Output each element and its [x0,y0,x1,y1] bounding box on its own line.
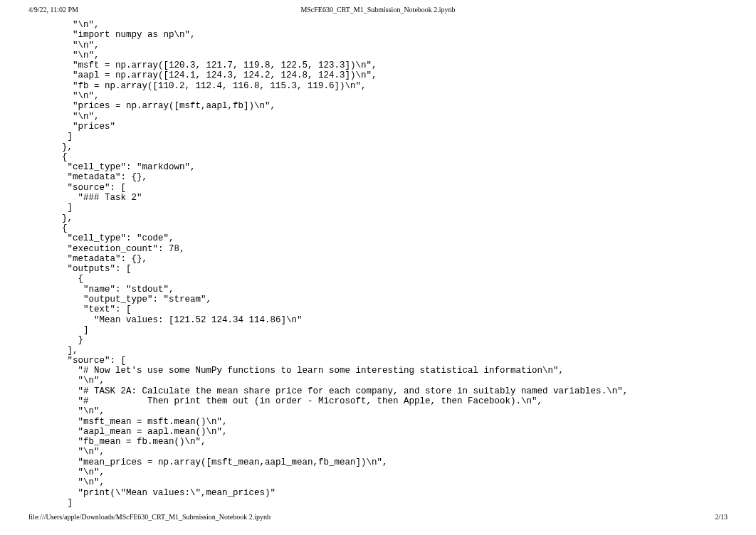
notebook-json-content: "\n", "import numpy as np\n", "\n", "\n"… [51,20,628,508]
footer-page-number: 2/13 [715,513,728,521]
header-title: MScFE630_CRT_M1_Submission_Notebook 2.ip… [300,6,455,14]
header-timestamp: 4/9/22, 11:02 PM [28,6,78,14]
footer-filepath: file:///Users/apple/Downloads/MScFE630_C… [28,513,271,521]
